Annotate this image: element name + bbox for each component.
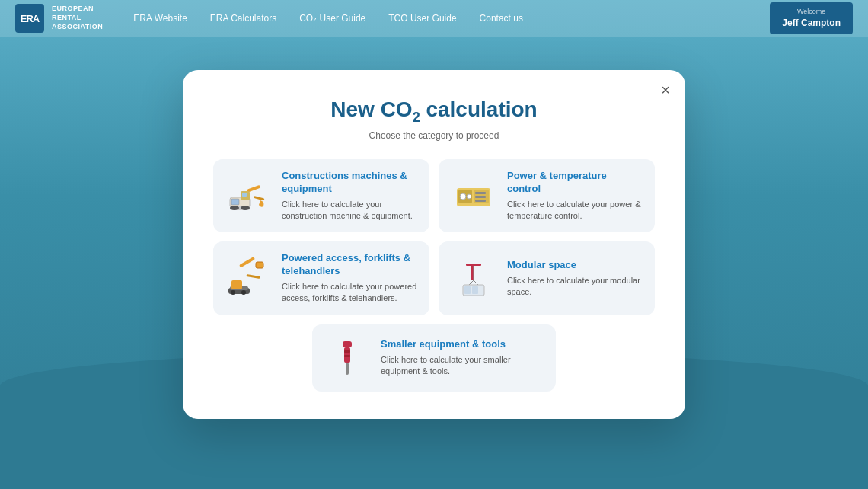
smaller-equipment-card-content: Smaller equipment & tools Click here to … xyxy=(381,338,544,378)
svg-rect-16 xyxy=(475,200,486,202)
construction-icon xyxy=(225,173,271,219)
category-card-smaller-equipment[interactable]: Smaller equipment & tools Click here to … xyxy=(312,324,556,392)
modular-card-content: Modular space Click here to calculate yo… xyxy=(507,259,643,299)
modal-close-button[interactable]: × xyxy=(661,82,670,97)
svg-rect-33 xyxy=(343,341,352,347)
power-card-content: Power & temperature control Click here t… xyxy=(507,170,643,222)
powered-access-card-desc: Click here to calculate your powered acc… xyxy=(282,281,417,305)
category-grid: Constructions machines & equipment Click… xyxy=(213,159,655,392)
power-card-title: Power & temperature control xyxy=(507,170,643,196)
modular-icon xyxy=(451,256,496,302)
svg-rect-19 xyxy=(231,280,242,289)
category-card-powered-access[interactable]: Powered access, forklifts & telehandlers… xyxy=(213,241,429,315)
svg-rect-26 xyxy=(466,264,481,266)
category-card-modular[interactable]: Modular space Click here to calculate yo… xyxy=(439,241,655,315)
svg-rect-14 xyxy=(475,192,486,194)
modal-subtitle: Choose the category to proceed xyxy=(213,130,655,141)
svg-point-23 xyxy=(231,290,235,295)
svg-rect-15 xyxy=(475,196,486,198)
smaller-equipment-card-title: Smaller equipment & tools xyxy=(381,338,544,351)
svg-rect-8 xyxy=(242,193,247,197)
svg-point-13 xyxy=(467,194,471,199)
construction-card-title: Constructions machines & equipment xyxy=(282,170,417,196)
power-card-desc: Click here to calculate your power & tem… xyxy=(507,199,643,222)
construction-card-content: Constructions machines & equipment Click… xyxy=(282,170,417,222)
modal-title: New CO2 calculation xyxy=(213,97,655,126)
svg-point-4 xyxy=(241,206,250,210)
modular-card-desc: Click here to calculate your modular spa… xyxy=(507,275,643,299)
svg-rect-25 xyxy=(471,264,474,280)
powered-access-icon xyxy=(225,256,271,302)
construction-card-desc: Click here to calculate your constructio… xyxy=(282,199,417,222)
power-icon xyxy=(451,173,496,219)
svg-rect-32 xyxy=(472,286,478,294)
svg-rect-36 xyxy=(344,350,350,353)
svg-rect-31 xyxy=(464,286,471,294)
svg-point-24 xyxy=(241,290,246,295)
smaller-equipment-card-desc: Click here to calculate your smaller equ… xyxy=(381,354,544,378)
modular-card-title: Modular space xyxy=(507,259,643,272)
smaller-equipment-icon xyxy=(324,335,370,381)
svg-rect-21 xyxy=(246,274,260,279)
svg-rect-22 xyxy=(256,262,263,268)
svg-rect-20 xyxy=(239,257,255,267)
category-card-power[interactable]: Power & temperature control Click here t… xyxy=(439,159,655,233)
modal-overlay: × New CO2 calculation Choose the categor… xyxy=(0,0,868,489)
category-card-construction[interactable]: Constructions machines & equipment Click… xyxy=(213,159,429,233)
svg-rect-6 xyxy=(254,196,264,201)
svg-rect-1 xyxy=(231,199,239,205)
svg-rect-37 xyxy=(344,355,350,357)
svg-rect-35 xyxy=(346,363,349,375)
new-calculation-modal: × New CO2 calculation Choose the categor… xyxy=(183,70,685,419)
powered-access-card-content: Powered access, forklifts & telehandlers… xyxy=(282,252,417,305)
svg-point-12 xyxy=(460,193,466,200)
powered-access-card-title: Powered access, forklifts & telehandlers xyxy=(282,252,417,278)
svg-point-3 xyxy=(230,206,239,210)
